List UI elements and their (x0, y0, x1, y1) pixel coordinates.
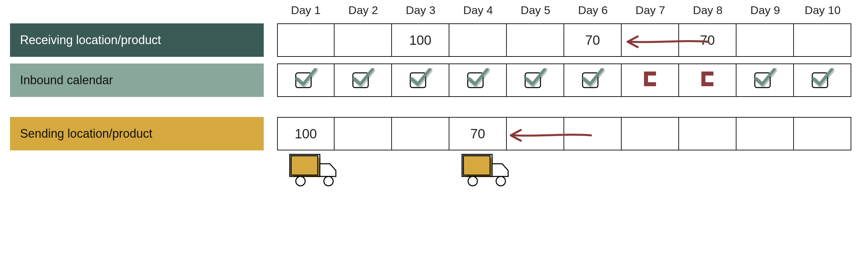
sending-cell: 70 (450, 117, 507, 150)
diagram-root: Receiving location/product Inbound calen… (0, 0, 868, 256)
schedule-grid: Day 1 Day 2 Day 3 Day 4 Day 5 Day 6 Day … (277, 0, 851, 150)
inbound-cell (794, 63, 851, 97)
sending-cell (335, 117, 392, 150)
day-header: Day 7 (622, 0, 679, 20)
svg-rect-8 (644, 82, 656, 86)
svg-point-22 (468, 176, 477, 186)
inbound-cell (679, 63, 737, 97)
receiving-cell (622, 23, 679, 57)
blocked-icon (698, 69, 717, 91)
check-icon (408, 68, 432, 92)
day-header: Day 1 (277, 0, 335, 20)
day-header: Day 2 (335, 0, 392, 20)
day-header: Day 10 (794, 0, 851, 20)
receiving-cell: 100 (392, 23, 450, 57)
receiving-cell (335, 23, 392, 57)
inbound-cell (392, 63, 450, 97)
check-icon (466, 68, 490, 92)
sending-cell (564, 117, 622, 150)
truck-icon (287, 154, 344, 191)
receiving-cell (450, 23, 507, 57)
svg-point-18 (324, 176, 333, 186)
sending-cell (794, 117, 851, 150)
receiving-cell (794, 23, 851, 57)
inbound-cell (622, 63, 679, 97)
row-label-receiving: Receiving location/product (10, 23, 264, 57)
sending-cell (679, 117, 737, 150)
day-header: Day 3 (392, 0, 450, 20)
sending-cell (737, 117, 794, 150)
day-header: Day 4 (450, 0, 507, 20)
receiving-cell (507, 23, 564, 57)
check-icon (523, 68, 547, 92)
receiving-cell (277, 23, 335, 57)
receiving-cell: 70 (564, 23, 622, 57)
sending-row: 100 70 (277, 117, 851, 150)
day-header: Day 5 (507, 0, 564, 20)
sending-cell (507, 117, 564, 150)
check-icon (294, 68, 318, 92)
inbound-cell (335, 63, 392, 97)
check-icon (581, 68, 604, 92)
day-header: Day 8 (679, 0, 737, 20)
day-header: Day 9 (737, 0, 794, 20)
svg-rect-11 (702, 82, 713, 86)
receiving-row: 100 70 70 (277, 23, 851, 57)
sending-cell (392, 117, 450, 150)
sending-cell: 100 (277, 117, 335, 150)
inbound-cell (277, 63, 335, 97)
inbound-cell (737, 63, 794, 97)
row-label-sending: Sending location/product (10, 117, 264, 150)
check-icon (810, 68, 834, 92)
receiving-cell: 70 (679, 23, 737, 57)
check-icon (753, 68, 777, 92)
blocked-icon (641, 69, 659, 91)
sending-cell (622, 117, 679, 150)
svg-point-23 (496, 176, 505, 186)
day-header: Day 6 (564, 0, 622, 20)
truck-icon (459, 154, 517, 191)
svg-rect-20 (463, 156, 490, 175)
svg-point-17 (296, 176, 305, 186)
row-label-inbound: Inbound calendar (10, 63, 264, 97)
inbound-cell (507, 63, 564, 97)
check-icon (351, 68, 375, 92)
inbound-cell (450, 63, 507, 97)
inbound-row (277, 63, 851, 97)
row-labels-column: Receiving location/product Inbound calen… (10, 23, 264, 150)
svg-rect-15 (291, 156, 318, 175)
day-header-row: Day 1 Day 2 Day 3 Day 4 Day 5 Day 6 Day … (277, 0, 851, 20)
inbound-cell (564, 63, 622, 97)
receiving-cell (737, 23, 794, 57)
